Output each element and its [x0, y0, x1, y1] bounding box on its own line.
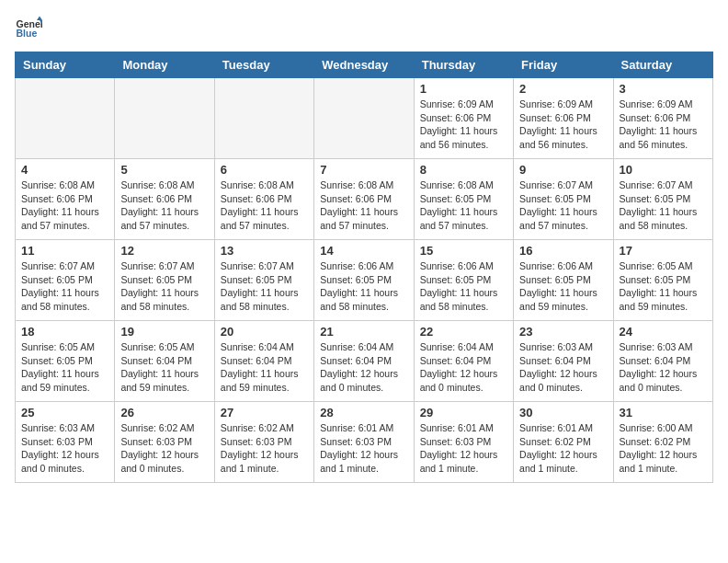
day-number: 13	[221, 244, 308, 258]
day-number: 10	[620, 163, 707, 177]
day-info: Sunrise: 6:09 AM Sunset: 6:06 PM Dayligh…	[620, 98, 707, 152]
weekday-saturday: Saturday	[613, 52, 712, 78]
day-info: Sunrise: 6:09 AM Sunset: 6:06 PM Dayligh…	[519, 98, 607, 152]
day-number: 22	[420, 325, 507, 339]
calendar-cell: 24Sunrise: 6:03 AM Sunset: 6:04 PM Dayli…	[613, 321, 712, 402]
day-info: Sunrise: 6:01 AM Sunset: 6:02 PM Dayligh…	[519, 421, 607, 476]
day-number: 5	[120, 163, 208, 177]
day-info: Sunrise: 6:08 AM Sunset: 6:06 PM Dayligh…	[320, 178, 407, 233]
day-info: Sunrise: 6:05 AM Sunset: 6:05 PM Dayligh…	[620, 259, 707, 314]
day-info: Sunrise: 6:08 AM Sunset: 6:06 PM Dayligh…	[221, 178, 308, 233]
day-info: Sunrise: 6:08 AM Sunset: 6:06 PM Dayligh…	[120, 178, 208, 233]
calendar-cell	[16, 78, 115, 159]
day-info: Sunrise: 6:09 AM Sunset: 6:06 PM Dayligh…	[420, 98, 507, 152]
day-info: Sunrise: 6:07 AM Sunset: 6:05 PM Dayligh…	[221, 259, 308, 314]
day-number: 20	[221, 325, 308, 339]
calendar-week-5: 25Sunrise: 6:03 AM Sunset: 6:03 PM Dayli…	[16, 402, 713, 483]
day-info: Sunrise: 6:05 AM Sunset: 6:04 PM Dayligh…	[120, 340, 208, 395]
calendar-cell: 15Sunrise: 6:06 AM Sunset: 6:05 PM Dayli…	[414, 240, 513, 321]
calendar-cell: 29Sunrise: 6:01 AM Sunset: 6:03 PM Dayli…	[414, 402, 513, 483]
calendar-cell: 19Sunrise: 6:05 AM Sunset: 6:04 PM Dayli…	[115, 321, 214, 402]
day-number: 14	[320, 244, 407, 258]
day-number: 23	[519, 325, 607, 339]
day-info: Sunrise: 6:00 AM Sunset: 6:02 PM Dayligh…	[620, 421, 707, 476]
calendar-cell: 10Sunrise: 6:07 AM Sunset: 6:05 PM Dayli…	[613, 159, 712, 240]
calendar-cell: 31Sunrise: 6:00 AM Sunset: 6:02 PM Dayli…	[613, 402, 712, 483]
calendar-week-3: 11Sunrise: 6:07 AM Sunset: 6:05 PM Dayli…	[16, 240, 713, 321]
calendar-cell: 17Sunrise: 6:05 AM Sunset: 6:05 PM Dayli…	[613, 240, 712, 321]
day-number: 30	[519, 406, 607, 419]
calendar-cell: 16Sunrise: 6:06 AM Sunset: 6:05 PM Dayli…	[514, 240, 613, 321]
day-info: Sunrise: 6:07 AM Sunset: 6:05 PM Dayligh…	[620, 178, 707, 233]
day-number: 4	[21, 163, 108, 177]
calendar-cell: 8Sunrise: 6:08 AM Sunset: 6:05 PM Daylig…	[414, 159, 513, 240]
calendar-cell: 7Sunrise: 6:08 AM Sunset: 6:06 PM Daylig…	[314, 159, 414, 240]
page-header: General Blue	[15, 15, 713, 42]
day-number: 8	[420, 163, 507, 177]
day-info: Sunrise: 6:04 AM Sunset: 6:04 PM Dayligh…	[221, 340, 308, 395]
day-info: Sunrise: 6:03 AM Sunset: 6:03 PM Dayligh…	[21, 421, 108, 476]
calendar-cell: 5Sunrise: 6:08 AM Sunset: 6:06 PM Daylig…	[115, 159, 214, 240]
day-info: Sunrise: 6:01 AM Sunset: 6:03 PM Dayligh…	[320, 421, 407, 476]
weekday-wednesday: Wednesday	[314, 52, 414, 78]
logo: General Blue	[15, 15, 46, 42]
day-info: Sunrise: 6:03 AM Sunset: 6:04 PM Dayligh…	[620, 340, 707, 395]
calendar-cell: 18Sunrise: 6:05 AM Sunset: 6:05 PM Dayli…	[16, 321, 115, 402]
calendar-cell: 12Sunrise: 6:07 AM Sunset: 6:05 PM Dayli…	[115, 240, 214, 321]
day-number: 12	[120, 244, 208, 258]
day-number: 27	[221, 406, 308, 419]
day-number: 17	[620, 244, 707, 258]
day-number: 18	[21, 325, 108, 339]
day-info: Sunrise: 6:04 AM Sunset: 6:04 PM Dayligh…	[420, 340, 507, 395]
day-number: 25	[21, 406, 108, 419]
calendar-week-4: 18Sunrise: 6:05 AM Sunset: 6:05 PM Dayli…	[16, 321, 713, 402]
day-number: 31	[620, 406, 707, 419]
calendar-cell: 27Sunrise: 6:02 AM Sunset: 6:03 PM Dayli…	[214, 402, 313, 483]
calendar-cell: 28Sunrise: 6:01 AM Sunset: 6:03 PM Dayli…	[314, 402, 414, 483]
day-info: Sunrise: 6:05 AM Sunset: 6:05 PM Dayligh…	[21, 340, 108, 395]
calendar-cell: 3Sunrise: 6:09 AM Sunset: 6:06 PM Daylig…	[613, 78, 712, 159]
day-info: Sunrise: 6:07 AM Sunset: 6:05 PM Dayligh…	[21, 259, 108, 314]
day-number: 7	[320, 163, 407, 177]
calendar-body: 1Sunrise: 6:09 AM Sunset: 6:06 PM Daylig…	[16, 78, 713, 483]
day-info: Sunrise: 6:06 AM Sunset: 6:05 PM Dayligh…	[519, 259, 607, 314]
day-info: Sunrise: 6:06 AM Sunset: 6:05 PM Dayligh…	[320, 259, 407, 314]
calendar-cell: 11Sunrise: 6:07 AM Sunset: 6:05 PM Dayli…	[16, 240, 115, 321]
day-info: Sunrise: 6:01 AM Sunset: 6:03 PM Dayligh…	[420, 421, 507, 476]
day-number: 3	[620, 82, 707, 96]
day-number: 16	[519, 244, 607, 258]
day-number: 24	[620, 325, 707, 339]
calendar-cell: 25Sunrise: 6:03 AM Sunset: 6:03 PM Dayli…	[16, 402, 115, 483]
calendar-cell	[314, 78, 414, 159]
day-number: 29	[420, 406, 507, 419]
calendar-week-1: 1Sunrise: 6:09 AM Sunset: 6:06 PM Daylig…	[16, 78, 713, 159]
calendar-cell: 13Sunrise: 6:07 AM Sunset: 6:05 PM Dayli…	[214, 240, 313, 321]
weekday-monday: Monday	[115, 52, 214, 78]
day-info: Sunrise: 6:07 AM Sunset: 6:05 PM Dayligh…	[519, 178, 607, 233]
day-info: Sunrise: 6:03 AM Sunset: 6:04 PM Dayligh…	[519, 340, 607, 395]
weekday-thursday: Thursday	[414, 52, 513, 78]
svg-text:Blue: Blue	[17, 28, 38, 39]
day-number: 1	[420, 82, 507, 96]
weekday-header-row: SundayMondayTuesdayWednesdayThursdayFrid…	[16, 52, 713, 78]
calendar-cell: 9Sunrise: 6:07 AM Sunset: 6:05 PM Daylig…	[514, 159, 613, 240]
day-number: 21	[320, 325, 407, 339]
day-info: Sunrise: 6:07 AM Sunset: 6:05 PM Dayligh…	[120, 259, 208, 314]
logo-icon: General Blue	[15, 15, 42, 42]
day-number: 26	[120, 406, 208, 419]
calendar-cell	[115, 78, 214, 159]
day-info: Sunrise: 6:08 AM Sunset: 6:05 PM Dayligh…	[420, 178, 507, 233]
weekday-sunday: Sunday	[16, 52, 115, 78]
calendar-cell: 26Sunrise: 6:02 AM Sunset: 6:03 PM Dayli…	[115, 402, 214, 483]
day-number: 28	[320, 406, 407, 419]
calendar-cell: 14Sunrise: 6:06 AM Sunset: 6:05 PM Dayli…	[314, 240, 414, 321]
calendar-cell	[214, 78, 313, 159]
weekday-friday: Friday	[514, 52, 613, 78]
day-info: Sunrise: 6:06 AM Sunset: 6:05 PM Dayligh…	[420, 259, 507, 314]
calendar-cell: 21Sunrise: 6:04 AM Sunset: 6:04 PM Dayli…	[314, 321, 414, 402]
day-info: Sunrise: 6:08 AM Sunset: 6:06 PM Dayligh…	[21, 178, 108, 233]
day-number: 19	[120, 325, 208, 339]
day-info: Sunrise: 6:02 AM Sunset: 6:03 PM Dayligh…	[221, 421, 308, 476]
calendar-cell: 30Sunrise: 6:01 AM Sunset: 6:02 PM Dayli…	[514, 402, 613, 483]
day-number: 2	[519, 82, 607, 96]
